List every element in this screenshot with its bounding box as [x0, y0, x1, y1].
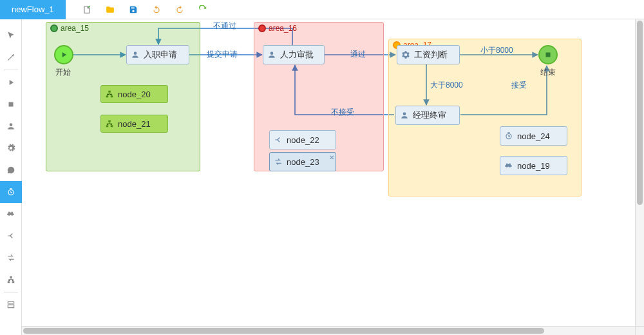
area-header: area_16 — [258, 24, 297, 33]
hierarchy-node-icon[interactable] — [0, 269, 22, 291]
svg-rect-5 — [8, 302, 14, 303]
edge-label-gt8000: 大于8000 — [430, 80, 463, 91]
plugin-icon — [504, 161, 513, 170]
open-folder-icon[interactable] — [104, 4, 116, 15]
vertical-scrollbar[interactable] — [635, 19, 644, 326]
message-node-icon[interactable] — [0, 159, 22, 181]
end-node[interactable] — [538, 45, 558, 64]
line-tool-icon[interactable] — [0, 46, 22, 68]
switch-icon — [274, 157, 283, 166]
svg-rect-8 — [108, 91, 111, 93]
layout-tool-icon[interactable] — [0, 294, 22, 316]
edge-label-pass: 通过 — [350, 49, 366, 60]
timer-icon — [504, 131, 513, 140]
tab-title: newFlow_1 — [12, 5, 54, 14]
gear-node-icon[interactable] — [0, 137, 22, 159]
node-hr[interactable]: 人力审批 — [263, 45, 325, 64]
node-label: 经理终审 — [413, 110, 446, 121]
node-mgr[interactable]: 经理终审 — [395, 106, 460, 125]
area-dot-icon — [50, 24, 58, 32]
area-label: area_15 — [61, 24, 89, 33]
area-label: area_16 — [269, 24, 297, 33]
flow-tab[interactable]: newFlow_1 — [0, 0, 66, 19]
plugin-node-icon[interactable] — [0, 203, 22, 225]
user-icon — [267, 50, 276, 59]
branch-node-icon[interactable] — [0, 225, 22, 247]
divider — [4, 70, 18, 70]
node-label: node_19 — [517, 161, 550, 171]
svg-rect-9 — [106, 95, 109, 97]
start-label: 开始 — [55, 67, 71, 78]
node-20[interactable]: node_20 — [100, 85, 168, 103]
user-icon — [131, 50, 140, 59]
user-icon — [400, 111, 409, 120]
node-label: 人力审批 — [280, 49, 314, 61]
svg-rect-6 — [8, 305, 14, 308]
gear-icon — [401, 50, 410, 59]
divider — [4, 292, 18, 292]
refresh-icon[interactable] — [197, 4, 209, 15]
node-label: 工资判断 — [414, 49, 448, 61]
branch-icon — [274, 135, 283, 144]
edge-label-accept: 接受 — [511, 80, 527, 91]
flow-canvas[interactable]: area_15 area_16 area_17 开始 结束 入职申请 人力审批 … — [22, 19, 644, 326]
stop-node-icon[interactable] — [0, 93, 22, 115]
side-toolbar — [0, 19, 22, 335]
edge-label-lt8000: 小于8000 — [480, 45, 513, 56]
edge-label-submit: 提交申请 — [207, 49, 238, 60]
switch-node-icon[interactable] — [0, 247, 22, 269]
scroll-thumb[interactable] — [637, 21, 643, 205]
svg-rect-3 — [7, 281, 10, 283]
node-salary[interactable]: 工资判断 — [397, 45, 460, 64]
node-23[interactable]: node_23 ✕ — [269, 152, 336, 171]
new-file-icon[interactable] — [81, 4, 93, 15]
node-22[interactable]: node_22 — [269, 130, 336, 149]
node-24[interactable]: node_24 — [500, 126, 567, 146]
svg-rect-12 — [106, 125, 109, 127]
save-icon[interactable] — [128, 4, 139, 15]
node-21[interactable]: node_21 — [100, 115, 168, 133]
scroll-thumb[interactable] — [23, 328, 544, 334]
scroll-corner — [635, 326, 644, 335]
node-label: 入职申请 — [144, 49, 177, 61]
edge-label-reject: 不接受 — [331, 107, 354, 118]
toolbar — [66, 0, 209, 19]
start-node[interactable] — [54, 45, 73, 64]
svg-rect-2 — [10, 276, 12, 278]
play-node-icon[interactable] — [0, 72, 22, 93]
hierarchy-icon — [105, 119, 114, 128]
undo-icon[interactable] — [151, 4, 162, 15]
svg-rect-4 — [12, 281, 14, 283]
svg-rect-13 — [111, 125, 113, 127]
redo-icon[interactable] — [174, 4, 185, 15]
end-label: 结束 — [540, 67, 556, 78]
svg-rect-0 — [8, 102, 13, 107]
node-label: node_21 — [118, 119, 151, 129]
edge-label-fail: 不通过 — [213, 21, 236, 32]
svg-rect-11 — [108, 120, 111, 122]
node-apply[interactable]: 入职申请 — [126, 45, 189, 64]
pointer-tool-icon[interactable] — [0, 24, 22, 46]
hierarchy-icon — [105, 90, 114, 99]
area-dot-icon — [258, 24, 266, 32]
close-icon[interactable]: ✕ — [329, 154, 334, 161]
user-node-icon[interactable] — [0, 115, 22, 137]
svg-rect-7 — [546, 53, 551, 57]
svg-rect-10 — [111, 95, 113, 97]
node-label: node_24 — [517, 131, 550, 141]
timer-node-icon[interactable] — [0, 181, 22, 203]
node-label: node_20 — [118, 90, 151, 99]
node-19[interactable]: node_19 — [500, 156, 567, 175]
node-label: node_23 — [287, 157, 319, 167]
area-header: area_15 — [50, 24, 89, 33]
top-bar: newFlow_1 — [0, 0, 644, 19]
horizontal-scrollbar[interactable] — [22, 326, 635, 335]
node-label: node_22 — [287, 135, 319, 145]
